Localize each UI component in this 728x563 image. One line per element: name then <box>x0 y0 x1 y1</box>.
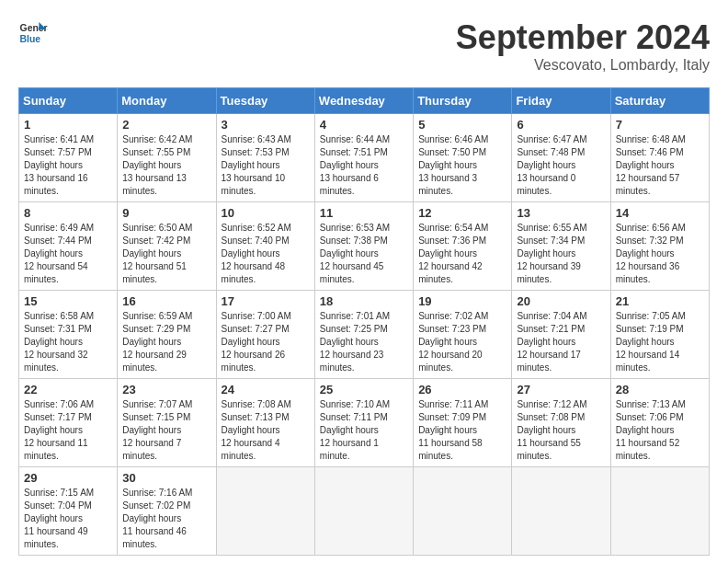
cell-info: Sunrise: 6:43 AMSunset: 7:53 PMDaylight … <box>222 133 310 198</box>
cell-info: Sunrise: 6:59 AMSunset: 7:29 PMDaylight … <box>122 310 210 374</box>
list-item <box>512 467 610 556</box>
day-number: 7 <box>616 118 704 132</box>
page-header: General Blue September 2024 Vescovato, L… <box>18 18 710 74</box>
table-row: 22Sunrise: 7:06 AMSunset: 7:17 PMDayligh… <box>19 379 710 467</box>
day-number: 19 <box>418 294 506 308</box>
cell-info: Sunrise: 6:41 AMSunset: 7:57 PMDaylight … <box>24 133 112 198</box>
cell-info: Sunrise: 7:10 AMSunset: 7:11 PMDaylight … <box>320 398 408 463</box>
list-item: 2Sunrise: 6:42 AMSunset: 7:55 PMDaylight… <box>118 114 216 202</box>
day-number: 4 <box>320 118 408 132</box>
logo: General Blue <box>18 18 48 48</box>
cell-info: Sunrise: 7:01 AMSunset: 7:25 PMDaylight … <box>320 310 408 374</box>
cell-info: Sunrise: 6:50 AMSunset: 7:42 PMDaylight … <box>122 222 210 286</box>
title-section: September 2024 Vescovato, Lombardy, Ital… <box>456 18 710 74</box>
cell-info: Sunrise: 6:55 AMSunset: 7:34 PMDaylight … <box>517 222 605 286</box>
cell-info: Sunrise: 6:56 AMSunset: 7:32 PMDaylight … <box>616 222 704 286</box>
day-number: 12 <box>418 206 506 220</box>
list-item: 3Sunrise: 6:43 AMSunset: 7:53 PMDaylight… <box>216 114 314 202</box>
day-number: 15 <box>24 294 112 308</box>
table-row: 29Sunrise: 7:15 AMSunset: 7:04 PMDayligh… <box>19 467 710 556</box>
header-sunday: Sunday <box>19 88 118 114</box>
day-number: 26 <box>418 383 506 396</box>
list-item <box>216 467 314 556</box>
list-item: 28Sunrise: 7:13 AMSunset: 7:06 PMDayligh… <box>610 379 709 467</box>
day-number: 20 <box>517 294 605 308</box>
header-monday: Monday <box>118 88 216 114</box>
cell-info: Sunrise: 6:58 AMSunset: 7:31 PMDaylight … <box>24 310 112 374</box>
svg-text:Blue: Blue <box>20 34 41 44</box>
cell-info: Sunrise: 7:16 AMSunset: 7:02 PMDaylight … <box>122 487 210 551</box>
cell-info: Sunrise: 7:04 AMSunset: 7:21 PMDaylight … <box>517 310 605 374</box>
day-number: 22 <box>24 383 112 396</box>
header-tuesday: Tuesday <box>216 88 314 114</box>
cell-info: Sunrise: 6:53 AMSunset: 7:38 PMDaylight … <box>320 222 408 286</box>
day-number: 17 <box>222 294 310 308</box>
table-row: 1Sunrise: 6:41 AMSunset: 7:57 PMDaylight… <box>19 114 710 202</box>
calendar-table: Sunday Monday Tuesday Wednesday Thursday… <box>18 87 710 556</box>
list-item: 11Sunrise: 6:53 AMSunset: 7:38 PMDayligh… <box>314 202 413 291</box>
cell-info: Sunrise: 6:47 AMSunset: 7:48 PMDaylight … <box>517 133 605 198</box>
cell-info: Sunrise: 6:42 AMSunset: 7:55 PMDaylight … <box>122 133 210 198</box>
location-title: Vescovato, Lombardy, Italy <box>456 57 710 74</box>
day-number: 11 <box>320 206 408 220</box>
header-saturday: Saturday <box>610 88 709 114</box>
list-item: 4Sunrise: 6:44 AMSunset: 7:51 PMDaylight… <box>314 114 413 202</box>
list-item: 7Sunrise: 6:48 AMSunset: 7:46 PMDaylight… <box>610 114 709 202</box>
list-item <box>610 467 709 556</box>
cell-info: Sunrise: 6:52 AMSunset: 7:40 PMDaylight … <box>222 222 310 286</box>
day-number: 8 <box>24 206 112 220</box>
list-item: 27Sunrise: 7:12 AMSunset: 7:08 PMDayligh… <box>512 379 610 467</box>
list-item <box>314 467 413 556</box>
cell-info: Sunrise: 6:46 AMSunset: 7:50 PMDaylight … <box>418 133 506 198</box>
list-item: 30Sunrise: 7:16 AMSunset: 7:02 PMDayligh… <box>118 467 216 556</box>
day-number: 28 <box>616 383 704 396</box>
cell-info: Sunrise: 6:48 AMSunset: 7:46 PMDaylight … <box>616 133 704 198</box>
cell-info: Sunrise: 7:13 AMSunset: 7:06 PMDaylight … <box>616 398 704 463</box>
list-item: 16Sunrise: 6:59 AMSunset: 7:29 PMDayligh… <box>118 291 216 379</box>
day-number: 1 <box>24 118 112 132</box>
day-number: 16 <box>122 294 210 308</box>
cell-info: Sunrise: 7:05 AMSunset: 7:19 PMDaylight … <box>616 310 704 374</box>
list-item: 1Sunrise: 6:41 AMSunset: 7:57 PMDaylight… <box>19 114 118 202</box>
list-item <box>414 467 512 556</box>
table-row: 15Sunrise: 6:58 AMSunset: 7:31 PMDayligh… <box>19 291 710 379</box>
cell-info: Sunrise: 7:07 AMSunset: 7:15 PMDaylight … <box>122 398 210 463</box>
list-item: 14Sunrise: 6:56 AMSunset: 7:32 PMDayligh… <box>610 202 709 291</box>
cell-info: Sunrise: 6:54 AMSunset: 7:36 PMDaylight … <box>418 222 506 286</box>
list-item: 26Sunrise: 7:11 AMSunset: 7:09 PMDayligh… <box>414 379 512 467</box>
cell-info: Sunrise: 7:15 AMSunset: 7:04 PMDaylight … <box>24 487 112 551</box>
logo-icon: General Blue <box>18 18 48 48</box>
cell-info: Sunrise: 7:11 AMSunset: 7:09 PMDaylight … <box>418 398 506 463</box>
list-item: 29Sunrise: 7:15 AMSunset: 7:04 PMDayligh… <box>19 467 118 556</box>
day-number: 29 <box>24 471 112 485</box>
day-number: 23 <box>122 383 210 396</box>
day-number: 2 <box>122 118 210 132</box>
day-number: 13 <box>517 206 605 220</box>
list-item: 9Sunrise: 6:50 AMSunset: 7:42 PMDaylight… <box>118 202 216 291</box>
day-number: 3 <box>222 118 310 132</box>
list-item: 21Sunrise: 7:05 AMSunset: 7:19 PMDayligh… <box>610 291 709 379</box>
cell-info: Sunrise: 7:12 AMSunset: 7:08 PMDaylight … <box>517 398 605 463</box>
cell-info: Sunrise: 7:06 AMSunset: 7:17 PMDaylight … <box>24 398 112 463</box>
list-item: 12Sunrise: 6:54 AMSunset: 7:36 PMDayligh… <box>414 202 512 291</box>
cell-info: Sunrise: 7:00 AMSunset: 7:27 PMDaylight … <box>222 310 310 374</box>
day-number: 5 <box>418 118 506 132</box>
header-wednesday: Wednesday <box>314 88 413 114</box>
header-thursday: Thursday <box>414 88 512 114</box>
header-friday: Friday <box>512 88 610 114</box>
day-number: 6 <box>517 118 605 132</box>
list-item: 25Sunrise: 7:10 AMSunset: 7:11 PMDayligh… <box>314 379 413 467</box>
list-item: 6Sunrise: 6:47 AMSunset: 7:48 PMDaylight… <box>512 114 610 202</box>
cell-info: Sunrise: 6:49 AMSunset: 7:44 PMDaylight … <box>24 222 112 286</box>
cell-info: Sunrise: 7:08 AMSunset: 7:13 PMDaylight … <box>222 398 310 463</box>
list-item: 23Sunrise: 7:07 AMSunset: 7:15 PMDayligh… <box>118 379 216 467</box>
list-item: 22Sunrise: 7:06 AMSunset: 7:17 PMDayligh… <box>19 379 118 467</box>
day-number: 25 <box>320 383 408 396</box>
day-number: 18 <box>320 294 408 308</box>
table-row: 8Sunrise: 6:49 AMSunset: 7:44 PMDaylight… <box>19 202 710 291</box>
list-item: 18Sunrise: 7:01 AMSunset: 7:25 PMDayligh… <box>314 291 413 379</box>
list-item: 24Sunrise: 7:08 AMSunset: 7:13 PMDayligh… <box>216 379 314 467</box>
month-title: September 2024 <box>456 18 710 57</box>
list-item: 15Sunrise: 6:58 AMSunset: 7:31 PMDayligh… <box>19 291 118 379</box>
day-number: 14 <box>616 206 704 220</box>
